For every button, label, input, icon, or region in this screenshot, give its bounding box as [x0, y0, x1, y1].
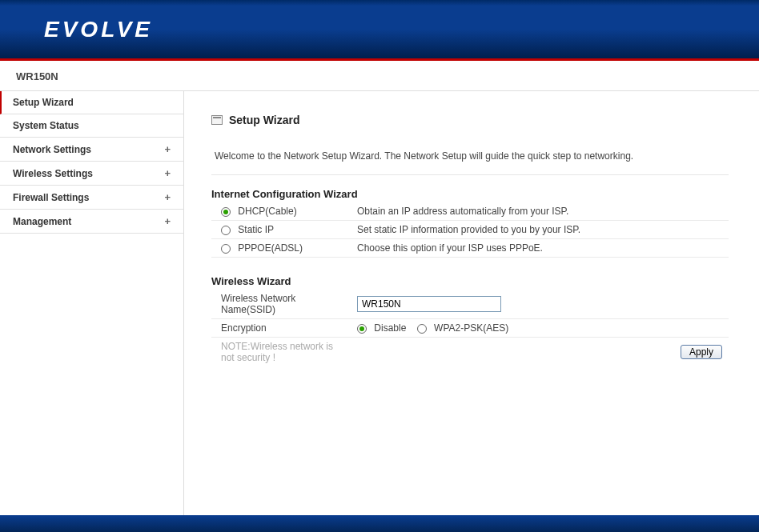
nav-setup-wizard[interactable]: Setup Wizard — [0, 91, 183, 114]
model-label: WR150N — [16, 70, 58, 82]
nav-firewall-settings[interactable]: Firewall Settings + — [0, 186, 183, 210]
internet-options-table: DHCP(Cable) Obtain an IP address automat… — [211, 202, 729, 258]
intro-text: Welcome to the Network Setup Wizard. The… — [211, 142, 729, 175]
encryption-label: Encryption — [211, 319, 347, 338]
plus-icon: + — [164, 191, 171, 203]
radio-encryption-disable[interactable] — [357, 324, 367, 334]
ssid-row: Wireless Network Name(SSID) — [211, 290, 729, 319]
nav-system-status[interactable]: System Status — [0, 114, 183, 138]
plus-icon: + — [164, 143, 171, 155]
content-pane: Setup Wizard Welcome to the Network Setu… — [184, 91, 759, 515]
nav-item-label: Wireless Settings — [13, 168, 93, 179]
plus-icon: + — [164, 215, 171, 227]
nav-item-label: Setup Wizard — [13, 97, 74, 108]
page-title: Setup Wizard — [211, 114, 729, 126]
ssid-input[interactable] — [357, 296, 501, 312]
wireless-table: Wireless Network Name(SSID) Encryption D… — [211, 290, 729, 366]
nav-item-label: Firewall Settings — [13, 192, 89, 203]
radio-encryption-wpa2[interactable] — [417, 324, 427, 334]
ssid-label: Wireless Network Name(SSID) — [211, 290, 347, 319]
footer-bar — [0, 515, 759, 532]
option-row: Static IP Set static IP information prov… — [211, 221, 729, 239]
option-row: DHCP(Cable) Obtain an IP address automat… — [211, 202, 729, 221]
plus-icon: + — [164, 167, 171, 179]
page-title-icon — [211, 115, 223, 125]
main-container: Setup Wizard System Status Network Setti… — [0, 91, 759, 515]
option-desc: Choose this option if your ISP uses PPPo… — [347, 239, 729, 258]
option-label: DHCP(Cable) — [238, 206, 296, 217]
nav-item-label: Network Settings — [13, 144, 91, 155]
wireless-heading: Wireless Wizard — [211, 275, 729, 287]
option-label: Static IP — [238, 224, 274, 235]
brand-logo: EVOLVE — [44, 17, 153, 42]
option-row: PPPOE(ADSL) Choose this option if your I… — [211, 239, 729, 258]
nav-network-settings[interactable]: Network Settings + — [0, 138, 183, 162]
header-banner: EVOLVE — [0, 0, 759, 61]
radio-pppoe[interactable] — [221, 244, 231, 254]
nav-item-label: Management — [13, 216, 71, 227]
nav-item-label: System Status — [13, 120, 79, 131]
encryption-row: Encryption Disable WPA2-PSK(AES) — [211, 319, 729, 338]
page-title-text: Setup Wizard — [229, 114, 300, 126]
option-label: PPPOE(ADSL) — [238, 242, 303, 254]
radio-static-ip[interactable] — [221, 226, 231, 235]
model-bar: WR150N — [0, 61, 759, 91]
option-desc: Obtain an IP address automatically from … — [347, 202, 729, 221]
nav-management[interactable]: Management + — [0, 210, 183, 234]
note-row: NOTE:Wireless network is not security ! … — [211, 338, 729, 367]
apply-button[interactable]: Apply — [681, 345, 722, 359]
encryption-option-label: WPA2-PSK(AES) — [434, 322, 508, 334]
sidebar: Setup Wizard System Status Network Setti… — [0, 91, 184, 515]
radio-dhcp[interactable] — [221, 207, 231, 217]
internet-heading: Internet Configuration Wizard — [211, 188, 729, 200]
option-desc: Set static IP information provided to yo… — [347, 221, 729, 239]
security-note: NOTE:Wireless network is not security ! — [221, 341, 333, 363]
encryption-option-label: Disable — [374, 322, 406, 334]
nav-wireless-settings[interactable]: Wireless Settings + — [0, 162, 183, 186]
